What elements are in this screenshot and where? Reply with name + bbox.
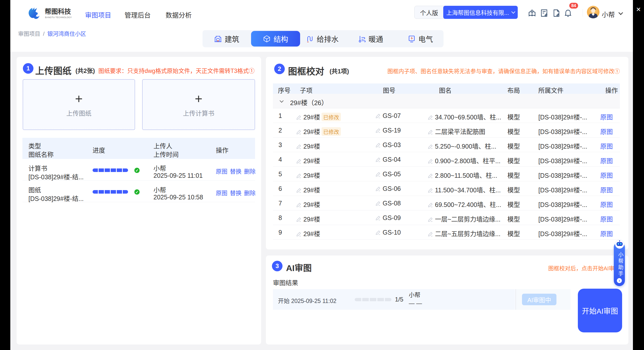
ai-run-row: 开始 2025-09-25 11:02 1/5 小帮— —: [273, 289, 515, 310]
upload-section: 1 上传图纸 (共2张) 图纸要求：只支持dwg格式原始文件，天正文件需转T3格…: [17, 57, 261, 344]
breadcrumb-current[interactable]: 银河湾商住小区: [47, 31, 86, 37]
cell-file: [DS-038]29#楼-...: [538, 200, 587, 209]
user-name[interactable]: 小帮: [602, 10, 615, 19]
cell-subitem: 29#楼: [296, 141, 320, 150]
cell-drawing-no: GS-04: [375, 156, 401, 163]
reader-icon[interactable]: [528, 9, 536, 17]
cell-file: [DS-038]29#楼-...: [538, 127, 587, 136]
edit-icon[interactable]: [296, 188, 302, 193]
breadcrumb-root[interactable]: 审图项目: [18, 31, 40, 37]
edit-icon[interactable]: [428, 115, 433, 120]
org-company-option[interactable]: 上海帮图信息科技有限...: [443, 6, 518, 19]
edit-icon[interactable]: [375, 230, 381, 235]
tab-electrical[interactable]: 电气: [408, 30, 433, 47]
edit-icon[interactable]: [428, 144, 433, 149]
original-drawing-link[interactable]: 原图: [600, 200, 613, 209]
tab-hvac[interactable]: 暖通: [358, 30, 383, 47]
frame-group-row[interactable]: 29#楼（26）: [273, 94, 620, 108]
frame-table-header: 序号 子项 图号 图名 布局 所属文件 操作: [273, 83, 620, 94]
document-edit-icon[interactable]: [540, 9, 548, 17]
edit-icon[interactable]: [375, 186, 381, 192]
frame-table-row: 3 29#楼 GS-03 5.250~-0.900墙、柱... 模型 [DS-0…: [273, 138, 620, 152]
original-drawing-link[interactable]: 原图: [600, 156, 613, 165]
original-drawing-link[interactable]: 原图: [600, 229, 613, 238]
nav-analytics[interactable]: 数据分析: [166, 10, 192, 19]
col-drawing-no: 图号: [383, 85, 395, 95]
edit-icon[interactable]: [375, 128, 381, 133]
original-drawing-link[interactable]: 原图: [600, 214, 613, 223]
ai-progress-bar: [355, 298, 391, 301]
upload-drawing-dropzone[interactable]: + 上传图纸: [23, 79, 135, 130]
file-type: 图纸: [28, 185, 41, 194]
file-action-link[interactable]: 删除: [244, 167, 256, 175]
edit-icon[interactable]: [375, 113, 381, 119]
edit-icon[interactable]: [428, 217, 433, 222]
modified-badge: 已修改: [321, 127, 341, 136]
edit-icon[interactable]: [428, 173, 433, 179]
original-drawing-link[interactable]: 原图: [600, 170, 613, 180]
tab-plumbing[interactable]: 给排水: [306, 30, 339, 47]
edit-icon[interactable]: [296, 202, 302, 208]
edit-icon[interactable]: [428, 158, 433, 164]
cell-drawing-no: GS-07: [375, 112, 401, 119]
ai-review-title: AI审图: [286, 261, 312, 274]
upload-file-table: 类型 图纸名称 进度 上传人 上传时间 操作 计算书 [DS-038]29#楼-…: [22, 138, 255, 202]
avatar[interactable]: [587, 6, 599, 18]
edit-icon[interactable]: [375, 201, 381, 206]
edit-icon[interactable]: [296, 144, 302, 149]
edit-icon[interactable]: [428, 231, 433, 237]
edit-icon[interactable]: [375, 157, 381, 162]
edit-icon[interactable]: [428, 202, 433, 208]
org-switcher[interactable]: 个人版 上海帮图信息科技有限...: [414, 6, 518, 19]
col-name: 图纸名称: [28, 150, 54, 159]
file-actions: 原图替换删除: [216, 188, 256, 197]
edit-icon[interactable]: [296, 173, 302, 179]
ai-reviewing-button[interactable]: AI审图中: [522, 294, 556, 305]
edit-icon[interactable]: [375, 142, 381, 148]
edit-icon[interactable]: [428, 188, 433, 193]
edit-icon[interactable]: [375, 215, 381, 221]
edit-icon[interactable]: [375, 171, 381, 177]
org-personal-option[interactable]: 个人版: [415, 6, 444, 19]
cell-layout: 模型: [507, 229, 520, 238]
document-icon[interactable]: [553, 9, 560, 17]
original-drawing-link[interactable]: 原图: [600, 112, 613, 121]
assistant-widget[interactable]: 小帮助手 ›: [614, 240, 625, 286]
edit-icon[interactable]: [428, 129, 433, 135]
close-window-button[interactable]: ✕: [635, 6, 642, 13]
logo-subtitle: BANGTU TECHNOLOGY: [45, 16, 72, 19]
nav-review-projects[interactable]: 审图项目: [85, 10, 111, 19]
cell-seq: 1: [278, 112, 282, 119]
hvac-icon: [358, 35, 366, 43]
file-action-link[interactable]: 替换: [230, 167, 242, 175]
tab-structure[interactable]: 结构: [251, 31, 300, 47]
step-1-badge: 1: [23, 63, 33, 74]
cell-subitem: 29#楼: [296, 185, 320, 194]
original-drawing-link[interactable]: 原图: [600, 141, 613, 150]
file-action-link[interactable]: 原图: [216, 167, 227, 175]
file-action-link[interactable]: 替换: [230, 188, 242, 197]
original-drawing-link[interactable]: 原图: [600, 127, 613, 136]
upload-time: 2025-09-25 11:01: [153, 172, 203, 179]
start-ai-review-button[interactable]: 开始AI审图: [578, 289, 622, 332]
nav-admin[interactable]: 管理后台: [125, 10, 151, 19]
tab-building[interactable]: 建筑: [214, 30, 239, 47]
frame-check-table: 序号 子项 图号 图名 布局 所属文件 操作 29#楼（26） 1 29#楼已修…: [273, 83, 620, 240]
edit-icon[interactable]: [296, 217, 302, 222]
original-drawing-link[interactable]: 原图: [600, 185, 613, 194]
breadcrumb: 审图项目/银河湾商住小区: [18, 29, 86, 37]
file-action-link[interactable]: 删除: [244, 188, 256, 197]
assistant-expand-icon[interactable]: ›: [617, 278, 622, 283]
frame-check-count: (共1项): [330, 66, 349, 75]
upload-calcbook-dropzone[interactable]: + 上传计算书: [142, 79, 255, 130]
edit-icon[interactable]: [296, 129, 302, 135]
app-content: 帮图科技 BANGTU TECHNOLOGY 审图项目 管理后台 数据分析 个人…: [10, 0, 633, 350]
cell-seq: 2: [278, 127, 282, 134]
cell-layout: 模型: [507, 141, 520, 150]
cell-subitem: 29#楼已修改: [296, 112, 341, 121]
bell-icon[interactable]: [564, 9, 572, 17]
edit-icon[interactable]: [296, 231, 302, 237]
edit-icon[interactable]: [296, 115, 302, 120]
file-action-link[interactable]: 原图: [216, 188, 227, 197]
edit-icon[interactable]: [296, 158, 302, 164]
